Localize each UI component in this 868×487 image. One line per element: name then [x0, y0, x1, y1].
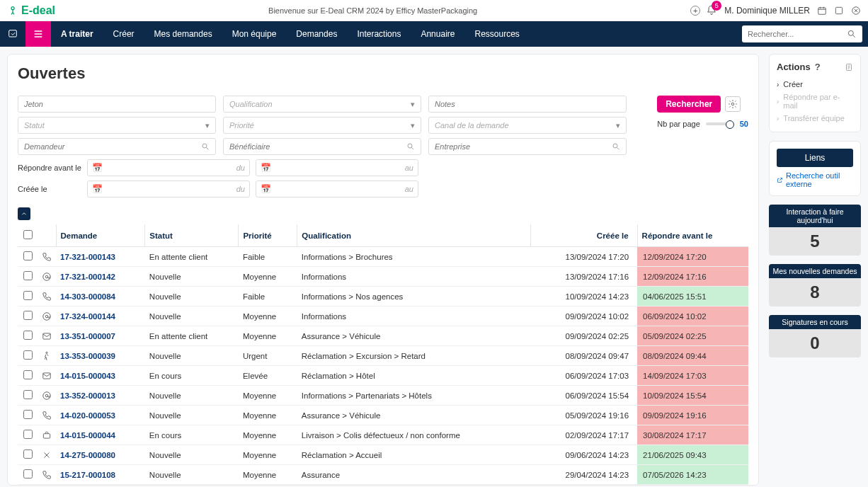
demande-link[interactable]: 15-217-000108	[60, 471, 115, 479]
date-creee-to[interactable]: 📅au	[256, 181, 418, 197]
global-search[interactable]	[742, 25, 862, 42]
demande-link[interactable]: 13-353-000039	[60, 352, 115, 360]
nav-item-6[interactable]: Annuaire	[411, 21, 464, 47]
stat-card[interactable]: Interaction à faire aujourd'hui5	[769, 205, 861, 256]
notifications-button[interactable]: 5	[706, 5, 717, 16]
demande-link[interactable]: 17-321-000142	[60, 273, 115, 281]
col-repondre[interactable]: Répondre avant le	[637, 224, 748, 247]
filter-entreprise[interactable]	[428, 138, 627, 155]
nav-item-5[interactable]: Interactions	[347, 21, 411, 47]
username[interactable]: M. Dominique MILLER	[724, 6, 810, 16]
svg-point-11	[45, 275, 48, 278]
calendar-icon[interactable]	[817, 6, 827, 16]
row-checkbox[interactable]	[23, 449, 33, 459]
row-checkbox[interactable]	[23, 271, 33, 280]
nav-item-2[interactable]: Mes demandes	[144, 21, 222, 47]
filter-statut[interactable]: Statut▾	[18, 117, 216, 134]
stat-card[interactable]: Signatures en cours0	[769, 315, 861, 357]
channel-icon	[38, 287, 56, 306]
row-checkbox[interactable]	[23, 390, 33, 399]
date-repondre-to[interactable]: 📅au	[256, 159, 418, 176]
stat-card[interactable]: Mes nouvelles demandes8	[769, 264, 861, 306]
demande-link[interactable]: 13-351-000007	[60, 332, 115, 340]
qualification-cell: Livraison > Colis défectueux / non confo…	[297, 425, 531, 445]
external-search-link[interactable]: Recherche outil externe	[777, 171, 853, 188]
date-creee-from[interactable]: 📅du	[87, 181, 250, 197]
nav-item-1[interactable]: Créer	[103, 21, 144, 47]
col-priorite[interactable]: Priorité	[239, 224, 297, 247]
svg-point-15	[46, 352, 47, 353]
demande-link[interactable]: 17-321-000143	[60, 253, 115, 261]
filter-canal[interactable]: Canal de la demande▾	[428, 117, 627, 134]
nav-item-3[interactable]: Mon équipe	[222, 21, 287, 47]
table-row: 14-275-000080NouvelleMoyenneRéclamation …	[18, 445, 748, 465]
liens-button[interactable]: Liens	[777, 149, 853, 167]
label-repondre-avant: Répondre avant le	[18, 164, 81, 172]
search-button[interactable]: Rechercher	[657, 96, 721, 113]
brand-logo[interactable]: E-deal	[7, 4, 55, 17]
qualification-cell: Informations	[297, 306, 531, 326]
global-search-input[interactable]	[748, 30, 847, 38]
row-checkbox[interactable]	[23, 370, 33, 379]
export-icon[interactable]	[845, 63, 853, 71]
creee-cell: 13/09/2024 17:20	[531, 247, 637, 267]
repondre-cell: 04/06/2025 15:51	[637, 287, 748, 306]
stat-title: Signatures en cours	[769, 315, 861, 329]
search-icon	[612, 142, 620, 151]
filter-demandeur[interactable]	[18, 138, 216, 155]
repondre-cell: 08/09/2024 09:44	[637, 346, 748, 366]
col-qualification[interactable]: Qualification	[297, 224, 531, 247]
nav-item-7[interactable]: Ressources	[464, 21, 529, 47]
filter-priorite[interactable]: Priorité▾	[223, 117, 421, 134]
svg-point-8	[613, 144, 617, 148]
col-creee[interactable]: Créée le	[531, 224, 637, 247]
repondre-cell: 21/06/2025 09:43	[637, 445, 748, 465]
demande-link[interactable]: 14-015-000043	[60, 372, 115, 380]
filter-qualification[interactable]: Qualification▾	[223, 96, 421, 113]
hamburger-menu[interactable]	[25, 21, 51, 47]
chevron-down-icon: ▾	[411, 100, 415, 109]
window-icon[interactable]	[834, 6, 844, 16]
row-checkbox[interactable]	[23, 311, 33, 320]
chevron-down-icon: ▾	[411, 121, 415, 130]
row-checkbox[interactable]	[23, 291, 33, 300]
statut-cell: Nouvelle	[145, 287, 239, 306]
demande-link[interactable]: 14-020-000053	[60, 411, 115, 420]
help-icon[interactable]: ?	[815, 62, 821, 72]
row-checkbox[interactable]	[23, 410, 33, 419]
nav-item-4[interactable]: Demandes	[286, 21, 347, 47]
actions-panel: Actions ? ›Créer›Répondre par e-mail›Tra…	[769, 54, 861, 132]
action-cr-er[interactable]: ›Créer	[777, 78, 853, 91]
filter-beneficiaire[interactable]	[223, 138, 421, 155]
row-checkbox[interactable]	[23, 430, 33, 439]
table-row: 17-321-000142NouvelleMoyenneInformations…	[18, 267, 748, 287]
creee-cell: 09/09/2024 10:02	[531, 306, 637, 326]
select-all-checkbox[interactable]	[23, 230, 33, 239]
row-checkbox[interactable]	[23, 350, 33, 360]
qualification-cell: Informations > Brochures	[297, 247, 531, 267]
demande-link[interactable]: 17-324-000144	[60, 312, 115, 321]
filter-notes[interactable]	[428, 96, 627, 113]
statut-cell: En attente client	[145, 247, 239, 267]
col-statut[interactable]: Statut	[145, 224, 239, 247]
demande-link[interactable]: 13-352-000013	[60, 391, 115, 400]
perpage-label: Nb par page	[657, 120, 700, 128]
nav-item-0[interactable]: A traiter	[51, 21, 103, 47]
demande-link[interactable]: 14-015-000044	[60, 431, 115, 440]
filter-jeton[interactable]	[18, 96, 216, 113]
row-checkbox[interactable]	[23, 251, 33, 260]
search-settings-button[interactable]	[725, 96, 741, 112]
nav-quick-icon[interactable]	[0, 21, 25, 47]
table-row: 13-352-000013NouvelleMoyenneInformations…	[18, 386, 748, 406]
qualification-cell: Assurance	[297, 465, 531, 485]
demande-link[interactable]: 14-303-000084	[60, 292, 115, 301]
demande-link[interactable]: 14-275-000080	[60, 451, 115, 459]
row-checkbox[interactable]	[23, 469, 33, 479]
collapse-filters-button[interactable]	[18, 207, 30, 220]
add-icon[interactable]: +	[690, 6, 700, 16]
date-repondre-from[interactable]: 📅du	[87, 159, 250, 176]
row-checkbox[interactable]	[23, 331, 33, 340]
perpage-slider[interactable]	[706, 122, 734, 125]
close-icon[interactable]	[851, 6, 861, 16]
col-demande[interactable]: Demande	[56, 224, 145, 247]
